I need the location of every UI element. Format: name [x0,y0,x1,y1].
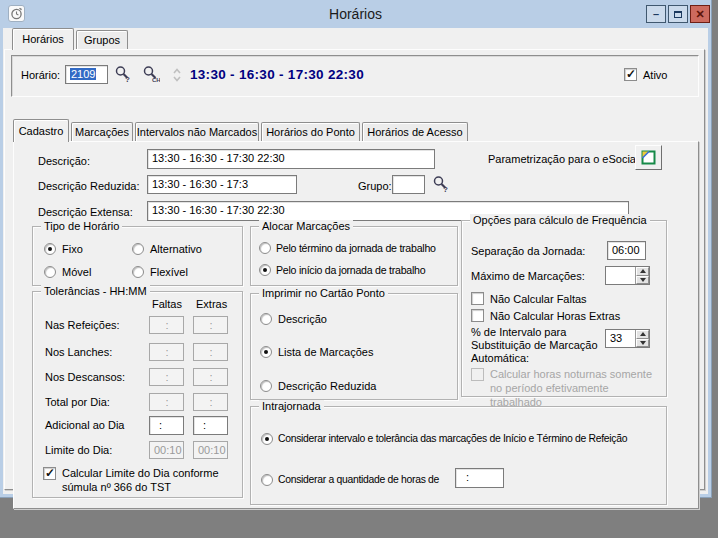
descansos-faltas-value: : [165,371,168,383]
close-icon: ✕ [695,8,704,21]
sync-arrows-icon [171,68,183,82]
descricao-extensa-label: Descrição Extensa: [38,206,133,218]
adicional-dia-extras-input[interactable]: : [193,416,228,435]
radio-lista-marcacoes-label: Lista de Marcações [278,346,373,358]
separacao-jornada-input[interactable]: 06:00 [607,241,646,260]
spin-up-icon[interactable] [636,330,649,339]
radio-inicio-jornada-label: Pelo início da jornada de trabalho [276,264,425,276]
quantidade-horas-input[interactable]: : [455,468,504,488]
refeicoes-faltas-input: : [149,316,184,334]
alocar-marcacoes-title: Alocar Marcações [259,220,353,232]
subtab-cadastro[interactable]: Cadastro [13,119,69,142]
opcoes-frequencia-title: Opções para cálculo de Frequência [470,214,650,226]
radio-fixo[interactable] [44,243,56,255]
ativo-checkbox[interactable] [624,68,637,81]
search-ch-button[interactable]: CH [141,64,161,84]
esocial-button[interactable] [635,145,662,170]
lanches-extras-value: : [209,346,212,358]
radio-alternativo[interactable] [132,243,144,255]
lanches-faltas-input: : [149,343,184,361]
subtab-horarios-ponto[interactable]: Horários do Ponto [261,122,360,142]
total-dia-faltas-input: : [149,393,184,411]
radio-quantidade-horas-label: Considerar a quantidade de horas de [278,474,439,485]
descricao-reduzida-label: Descrição Reduzida: [38,180,140,192]
descansos-extras-input: : [193,368,228,386]
refresh-button-disabled [170,67,184,83]
radio-imprimir-descricao[interactable] [260,313,272,325]
intrajornada-title: Intrajornada [259,400,324,412]
radio-descricao-reduzida-label: Descrição Reduzida [278,380,376,392]
descricao-extensa-value: 13:30 - 16:30 - 17:30 22:30 [152,204,285,216]
intervalo-substituicao-spinner[interactable]: 33 [605,329,650,348]
refeicoes-faltas-value: : [165,319,168,331]
magnifier-question-icon: ? [114,65,132,83]
tab-horarios[interactable]: Horários [12,28,74,50]
adicional-dia-faltas-input[interactable]: : [149,416,184,435]
radio-inicio-jornada[interactable] [259,264,271,276]
sumula-checkbox[interactable] [43,467,56,480]
minimize-icon: – [653,8,659,20]
search-horario-button[interactable]: ? [113,64,133,84]
limite-dia-extras-value: 00:10 [198,444,226,456]
minimize-button[interactable]: – [646,5,666,23]
svg-text:?: ? [125,75,130,83]
tab-grupos[interactable]: Grupos [76,30,128,50]
row-lanches-label: Nos Lanches: [45,346,112,358]
grupo-input[interactable] [392,175,425,194]
horarios-window: Horários – ✕ Horários Grupos Horário: [0,0,711,497]
spinner-buttons [635,330,649,347]
radio-imprimir-descricao-label: Descrição [278,313,327,325]
radio-flexivel[interactable] [132,266,144,278]
subtab-marcacoes-label: Marcações [75,126,129,138]
radio-movel[interactable] [44,266,56,278]
ativo-label: Ativo [643,69,667,81]
descricao-reduzida-input[interactable]: 13:30 - 16:30 - 17:3 [147,175,297,194]
tipo-horario-group: Tipo de Horário Fixo Alternativo Móvel F… [32,226,243,286]
maximo-marcacoes-spinner[interactable] [605,266,650,285]
row-refeicoes-label: Nas Refeições: [45,319,120,331]
nao-calcular-faltas-checkbox[interactable] [471,292,484,305]
horas-noturnas-checkbox-disabled [471,368,484,381]
sumula-checkbox-label: Calcular Limite do Dia conforme súmula n… [62,466,234,494]
alocar-marcacoes-group: Alocar Marcações Pelo término da jornada… [250,226,458,286]
subtab-intervalos[interactable]: Intervalos não Marcados [135,122,259,142]
total-dia-extras-value: : [209,396,212,408]
refeicoes-extras-value: : [209,319,212,331]
title-bar[interactable]: Horários – ✕ [0,0,711,28]
radio-alternativo-label: Alternativo [150,243,202,255]
subtab-horarios-ponto-label: Horários do Ponto [266,126,355,138]
radio-descricao-reduzida[interactable] [260,380,272,392]
search-grupo-button[interactable]: ? [431,174,451,194]
imprimir-cartao-title: Imprimir no Cartão Ponto [259,287,388,299]
radio-considerar-intervalo[interactable] [261,433,273,445]
nao-calcular-faltas-label: Não Calcular Faltas [490,293,587,305]
intervalo-substituicao-label: % de Intervalo para Substituição de Marc… [471,326,603,365]
descricao-input[interactable]: 13:30 - 16:30 - 17:30 22:30 [147,149,435,169]
tolerancias-title: Tolerâncias - HH:MM [41,285,150,297]
tab-horarios-label: Horários [22,33,64,45]
spin-down-icon[interactable] [636,276,649,285]
radio-lista-marcacoes[interactable] [260,346,272,358]
limite-dia-faltas-input: 00:10 [149,441,184,459]
nao-calcular-extras-checkbox[interactable] [471,309,484,322]
subtab-marcacoes[interactable]: Marcações [71,122,133,142]
descricao-value: 13:30 - 16:30 - 17:30 22:30 [152,152,285,164]
spin-down-icon[interactable] [636,339,649,348]
maximize-button[interactable] [668,5,688,23]
spin-up-icon[interactable] [636,267,649,276]
imprimir-cartao-group: Imprimir no Cartão Ponto Descrição Lista… [250,293,458,400]
subtab-horarios-acesso[interactable]: Horários de Acesso [362,122,468,142]
clock-icon [8,5,25,22]
total-dia-faltas-value: : [165,396,168,408]
window-body: Horários Grupos Horário: 2109 ? [3,28,708,494]
row-descansos-label: Nos Descansos: [45,371,125,383]
subtab-cadastro-label: Cadastro [19,125,64,137]
limite-dia-extras-input: 00:10 [193,441,228,459]
row-limite-dia-label: Limite do Dia: [45,444,112,456]
radio-fixo-label: Fixo [62,243,83,255]
horario-code-input[interactable]: 2109 [65,65,108,84]
opcoes-frequencia-group: Opções para cálculo de Frequência Separa… [461,220,667,397]
close-button[interactable]: ✕ [690,5,710,23]
radio-quantidade-horas[interactable] [261,474,273,486]
radio-termino-jornada[interactable] [259,242,271,254]
